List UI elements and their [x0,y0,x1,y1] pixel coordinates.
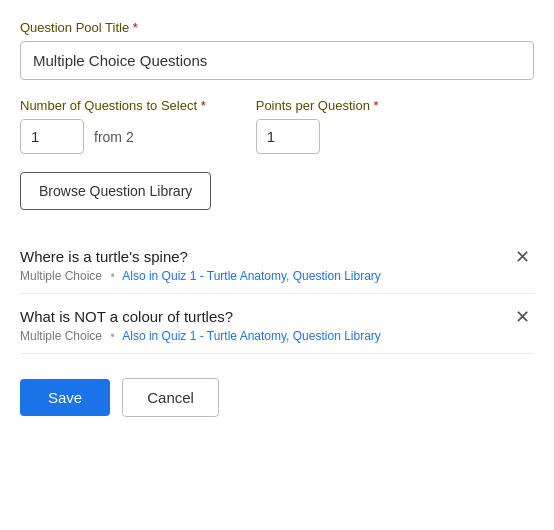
pool-title-input[interactable] [20,41,534,80]
points-field: Points per Question * [256,98,379,154]
pool-title-label: Question Pool Title * [20,20,534,35]
browse-question-library-button[interactable]: Browse Question Library [20,172,211,210]
num-questions-input[interactable] [20,119,84,154]
cancel-button[interactable]: Cancel [122,378,219,417]
question-content: Where is a turtle's spine? Multiple Choi… [20,248,501,283]
pool-title-required: * [133,20,138,35]
save-button[interactable]: Save [20,379,110,416]
points-required: * [374,98,379,113]
num-questions-field: Number of Questions to Select * from 2 [20,98,206,154]
question-also: Also in Quiz 1 - Turtle Anatomy, Questio… [122,269,381,283]
meta-dot: • [110,329,114,343]
question-item: Where is a turtle's spine? Multiple Choi… [20,234,534,294]
remove-question-0-button[interactable]: ✕ [511,248,534,266]
meta-dot: • [110,269,114,283]
question-title: Where is a turtle's spine? [20,248,501,265]
num-questions-label: Number of Questions to Select * [20,98,206,113]
points-label: Points per Question * [256,98,379,113]
question-content: What is NOT a colour of turtles? Multipl… [20,308,501,343]
questions-points-row: Number of Questions to Select * from 2 P… [20,98,534,154]
question-item: What is NOT a colour of turtles? Multipl… [20,294,534,354]
question-type: Multiple Choice [20,269,102,283]
remove-question-1-button[interactable]: ✕ [511,308,534,326]
question-meta: Multiple Choice • Also in Quiz 1 - Turtl… [20,269,501,283]
question-meta: Multiple Choice • Also in Quiz 1 - Turtl… [20,329,501,343]
num-questions-input-wrap: from 2 [20,119,206,154]
points-input[interactable] [256,119,320,154]
from-text: from 2 [94,129,134,145]
form-container: Question Pool Title * Number of Question… [20,20,534,417]
pool-title-field: Question Pool Title * [20,20,534,98]
question-list: Where is a turtle's spine? Multiple Choi… [20,234,534,354]
form-actions: Save Cancel [20,378,534,417]
question-title: What is NOT a colour of turtles? [20,308,501,325]
question-type: Multiple Choice [20,329,102,343]
question-also: Also in Quiz 1 - Turtle Anatomy, Questio… [122,329,381,343]
num-questions-required: * [201,98,206,113]
